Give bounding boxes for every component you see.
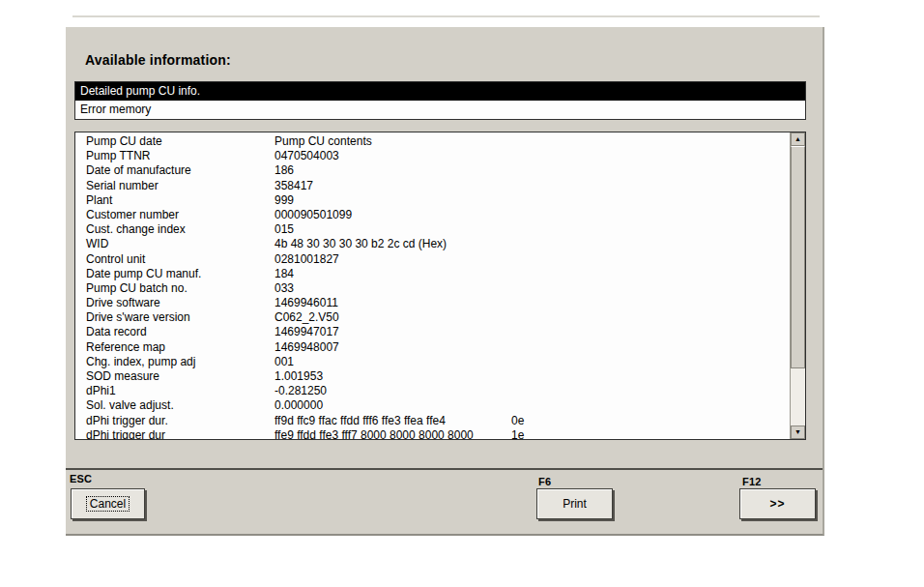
info-row: Date of manufacture 186 <box>75 163 789 178</box>
info-row-label: Control unit <box>86 252 145 267</box>
cancel-button-label: Cancel <box>86 496 130 512</box>
info-row-label: Pump CU date <box>86 134 162 149</box>
info-row-label: Date pump CU manuf. <box>86 267 201 281</box>
info-row-value: -0.281250 <box>274 384 327 398</box>
scroll-down-icon: ▼ <box>794 428 801 435</box>
scroll-down-button[interactable]: ▼ <box>791 426 805 439</box>
info-row: Date pump CU manuf. 184 <box>75 267 789 281</box>
scrollbar-track[interactable] <box>791 368 805 426</box>
info-row: Pump CU batch no. 033 <box>75 281 789 296</box>
info-row-label: Pump TTNR <box>86 149 150 163</box>
scroll-up-icon: ▲ <box>794 135 801 142</box>
info-row-value: 001 <box>274 355 294 369</box>
info-row-label: dPhi trigger dur <box>86 428 165 439</box>
info-row-label: Reference map <box>86 340 165 355</box>
info-row: Serial number 358417 <box>75 179 789 193</box>
info-row: Plant 999 <box>75 193 789 208</box>
cancel-button[interactable]: Cancel <box>71 488 145 519</box>
info-row-value: Pump CU contents <box>274 134 372 149</box>
info-row: SOD measure 1.001953 <box>75 369 789 384</box>
info-row-label: Customer number <box>86 208 179 222</box>
f6-key-label: F6 <box>538 476 551 487</box>
scroll-up-button[interactable]: ▲ <box>791 132 805 146</box>
info-row: Reference map 1469948007 <box>75 340 789 355</box>
info-row-label: Serial number <box>86 179 159 193</box>
info-row: Pump TTNR 0470504003 <box>75 149 789 163</box>
f12-key-label: F12 <box>742 476 762 487</box>
next-button-label: >> <box>769 497 785 511</box>
pump-cu-info-list: Pump CU date Pump CU contents Pump TTNR … <box>74 132 806 440</box>
info-row: WID 4b 48 30 30 30 30 b2 2c cd (Hex) <box>75 237 789 251</box>
info-row-label: Drive s'ware version <box>86 310 190 325</box>
info-row-value: 186 <box>274 163 294 178</box>
selector-item-error-memory[interactable]: Error memory <box>75 101 805 119</box>
info-row-value: 000090501099 <box>274 208 352 222</box>
info-row-label: dPhi1 <box>86 384 116 398</box>
info-row-value: 1469948007 <box>274 340 339 355</box>
info-row-value: 1469946011 <box>274 296 338 310</box>
info-row-value: 0281001827 <box>274 252 339 267</box>
information-selector-list[interactable]: Detailed pump CU info. Error memory <box>74 81 806 120</box>
info-row-value: 015 <box>274 222 294 237</box>
info-row: dPhi trigger dur. ff9d ffc9 ffac ffdd ff… <box>75 414 789 428</box>
info-row: dPhi1 -0.281250 <box>75 384 789 398</box>
print-button-label: Print <box>563 497 587 511</box>
info-row-label: Date of manufacture <box>86 163 191 178</box>
info-row-value: 184 <box>274 267 294 281</box>
info-row: Data record 1469947017 <box>75 325 789 339</box>
info-row-value: 4b 48 30 30 30 30 b2 2c cd (Hex) <box>274 237 447 251</box>
info-row: Drive s'ware version C062_2.V50 <box>75 310 789 325</box>
info-row-value: C062_2.V50 <box>274 310 339 325</box>
info-row-label: Cust. change index <box>86 222 186 237</box>
dialog-window: Available information: Detailed pump CU … <box>66 27 824 536</box>
info-row-label: Pump CU batch no. <box>86 281 188 296</box>
info-row-label: Plant <box>86 193 112 208</box>
top-divider-line <box>72 15 820 17</box>
info-row-value: 0.000000 <box>274 398 323 413</box>
info-row: Cust. change index 015 <box>75 222 789 237</box>
info-row-label: Drive software <box>86 296 160 310</box>
footer-divider <box>66 468 823 470</box>
info-row: Drive software 1469946011 <box>75 296 789 310</box>
info-row-label: Chg. index, pump adj <box>86 355 195 369</box>
info-row-label: dPhi trigger dur. <box>86 414 168 428</box>
info-row-value: 033 <box>274 281 294 296</box>
info-row-label: Data record <box>86 325 147 339</box>
info-rows: Pump CU date Pump CU contents Pump TTNR … <box>75 134 789 439</box>
info-row-value: ffe9 ffdd ffe3 fff7 8000 8000 8000 8000 <box>274 428 474 439</box>
esc-key-label: ESC <box>70 473 92 484</box>
info-row-value: ff9d ffc9 ffac ffdd fff6 ffe3 ffea ffe4 <box>274 414 446 428</box>
next-button[interactable]: >> <box>739 488 816 519</box>
info-row-label: Sol. valve adjust. <box>86 398 174 413</box>
vertical-scrollbar[interactable]: ▲ ▼ <box>790 132 805 439</box>
info-row: Sol. valve adjust. 0.000000 <box>75 398 789 413</box>
info-row: Chg. index, pump adj 001 <box>75 355 789 369</box>
print-button[interactable]: Print <box>536 488 613 519</box>
selector-item-detailed-pump-cu-info[interactable]: Detailed pump CU info. <box>75 82 805 101</box>
info-row-value: 999 <box>274 193 294 208</box>
scrollbar-thumb[interactable] <box>791 146 805 368</box>
page-title: Available information: <box>85 52 231 68</box>
info-row-value: 1469947017 <box>274 325 339 339</box>
info-row-value: 1.001953 <box>274 369 323 384</box>
info-row: Control unit 0281001827 <box>75 252 789 267</box>
info-row-label: SOD measure <box>86 369 159 384</box>
info-row-extra: 1e <box>511 428 524 439</box>
info-row: Customer number 000090501099 <box>75 208 789 222</box>
info-row: dPhi trigger dur ffe9 ffdd ffe3 fff7 800… <box>75 428 789 439</box>
info-row-value: 358417 <box>274 179 313 193</box>
info-row-extra: 0e <box>511 414 524 428</box>
info-row-value: 0470504003 <box>274 149 339 163</box>
info-row: Pump CU date Pump CU contents <box>75 134 789 149</box>
info-row-label: WID <box>86 237 108 251</box>
